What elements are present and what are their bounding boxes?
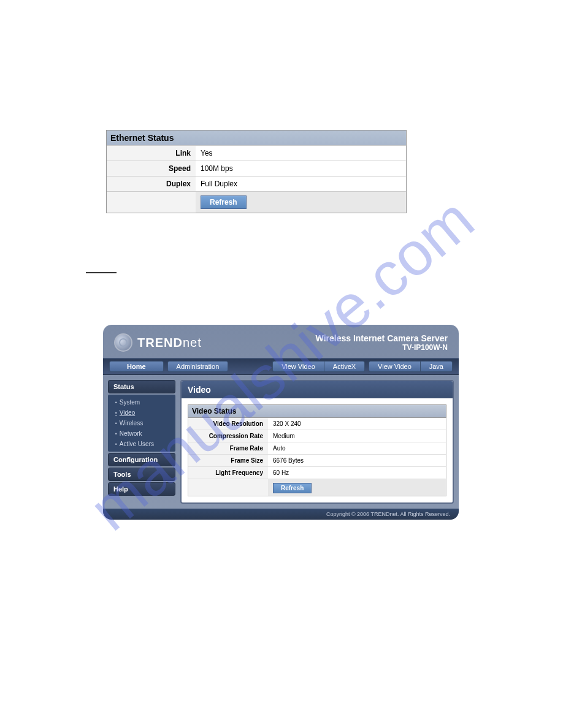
brand-text: TRENDnet — [137, 336, 202, 350]
sidebar-tools[interactable]: Tools — [108, 468, 175, 481]
ethernet-label: Speed — [107, 161, 196, 176]
ethernet-footer-spacer — [107, 192, 196, 213]
data-label: Frame Size — [188, 455, 268, 466]
router-body: Status System Video Wireless Network Act… — [103, 375, 459, 509]
video-status-footer: Refresh — [188, 479, 446, 496]
data-value: 60 Hz — [268, 467, 446, 479]
data-value: Auto — [268, 442, 446, 454]
router-header: TRENDnet Wireless Internet Camera Server… — [103, 325, 459, 358]
sidebar-status-header[interactable]: Status — [108, 380, 175, 393]
logo-icon — [114, 333, 132, 352]
sidebar-status-items: System Video Wireless Network Active Use… — [108, 395, 175, 452]
video-status-header: Video Status — [188, 404, 446, 418]
refresh-button[interactable]: Refresh — [273, 483, 312, 493]
data-label: Frame Rate — [188, 442, 268, 454]
section-divider — [86, 272, 117, 273]
sidebar-item-wireless[interactable]: Wireless — [108, 418, 175, 428]
ethernet-status-panel: Ethernet Status Link Yes Speed 100M bps … — [106, 130, 407, 213]
footer-spacer — [188, 479, 268, 496]
row-video-resolution: Video Resolution 320 X 240 — [188, 418, 446, 430]
content-title: Video — [182, 381, 453, 398]
ethernet-footer: Refresh — [107, 191, 406, 213]
brand-logo: TRENDnet — [114, 333, 202, 352]
nav-view-video-activex: View Video ActiveX — [272, 361, 365, 372]
nav-administration[interactable]: Administration — [167, 361, 229, 372]
ethernet-row-link: Link Yes — [107, 145, 406, 161]
data-label: Compression Rate — [188, 430, 268, 442]
row-light-frequency: Light Frequency 60 Hz — [188, 466, 446, 479]
video-status-table: Video Resolution 320 X 240 Compression R… — [188, 418, 446, 496]
row-compression-rate: Compression Rate Medium — [188, 430, 446, 442]
nav-view-video-java: View Video Java — [369, 361, 453, 372]
nav-view-video-2[interactable]: View Video — [369, 361, 420, 372]
nav-java[interactable]: Java — [420, 361, 453, 372]
content-body: Video Status Video Resolution 320 X 240 … — [182, 398, 453, 502]
refresh-button[interactable]: Refresh — [201, 195, 247, 209]
footer-right: Refresh — [268, 479, 446, 496]
data-label: Video Resolution — [188, 418, 268, 430]
ethernet-footer-right: Refresh — [196, 192, 406, 213]
data-label: Light Frequency — [188, 467, 268, 479]
product-title: Wireless Internet Camera Server — [316, 333, 448, 343]
ethernet-label: Link — [107, 146, 196, 161]
ethernet-row-duplex: Duplex Full Duplex — [107, 176, 406, 191]
ethernet-value: Yes — [196, 146, 406, 161]
sidebar-configuration[interactable]: Configuration — [108, 453, 175, 466]
sidebar-item-network[interactable]: Network — [108, 428, 175, 439]
ethernet-label: Duplex — [107, 176, 196, 191]
router-footer: Copyright © 2006 TRENDnet. All Rights Re… — [103, 509, 459, 520]
row-frame-rate: Frame Rate Auto — [188, 442, 446, 454]
sidebar-help[interactable]: Help — [108, 482, 175, 496]
sidebar-item-system[interactable]: System — [108, 397, 175, 408]
nav-view-video-1[interactable]: View Video — [272, 361, 324, 372]
ethernet-value: Full Duplex — [196, 176, 406, 191]
sidebar-item-video[interactable]: Video — [108, 408, 175, 418]
ethernet-row-speed: Speed 100M bps — [107, 161, 406, 176]
main-content: Video Video Status Video Resolution 320 … — [180, 380, 454, 504]
data-value: 320 X 240 — [268, 418, 446, 430]
ethernet-value: 100M bps — [196, 161, 406, 176]
sidebar-item-active-users[interactable]: Active Users — [108, 439, 175, 449]
router-admin-panel: TRENDnet Wireless Internet Camera Server… — [103, 325, 459, 520]
row-frame-size: Frame Size 6676 Bytes — [188, 454, 446, 466]
product-model: TV-IP100W-N — [316, 343, 448, 352]
data-value: 6676 Bytes — [268, 455, 446, 466]
data-value: Medium — [268, 430, 446, 442]
nav-activex[interactable]: ActiveX — [324, 361, 365, 372]
top-nav: Home Administration View Video ActiveX V… — [103, 358, 459, 375]
nav-home[interactable]: Home — [109, 361, 164, 372]
sidebar: Status System Video Wireless Network Act… — [108, 380, 175, 504]
ethernet-status-title: Ethernet Status — [107, 131, 406, 145]
header-product-info: Wireless Internet Camera Server TV-IP100… — [316, 333, 448, 352]
